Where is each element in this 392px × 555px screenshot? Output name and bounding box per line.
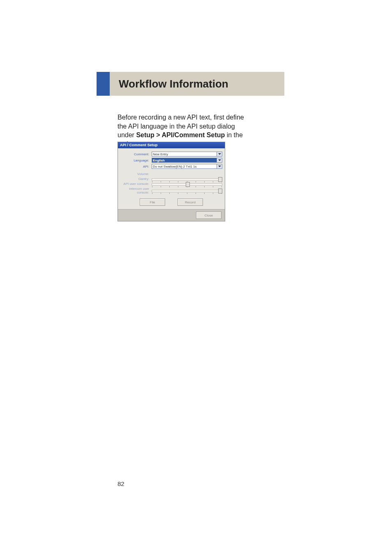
label-api: API: xyxy=(120,165,152,168)
svg-marker-1 xyxy=(218,159,221,161)
slider-gantry[interactable] xyxy=(152,178,222,181)
row-volume: Volume: xyxy=(120,172,222,176)
header-accent-block xyxy=(97,72,110,96)
para-bold: Setup > API/Comment Setup xyxy=(136,131,225,138)
record-button[interactable]: Record xyxy=(178,198,203,206)
dialog-title-bar: API / Comment Setup xyxy=(118,142,225,148)
label-volume: Volume: xyxy=(120,172,152,176)
input-api[interactable]: Do not Swallow(EN) 2 Txt1 1s xyxy=(152,164,217,169)
svg-marker-0 xyxy=(218,153,221,155)
label-intercom-user-console: Intercom user console: xyxy=(120,187,152,194)
header-bar: Workflow Information xyxy=(97,72,284,96)
label-api-user-console: API user console: xyxy=(120,182,152,186)
slider-thumb[interactable] xyxy=(186,182,190,187)
label-gantry: Gantry: xyxy=(120,177,152,181)
row-api: API: Do not Swallow(EN) 2 Txt1 1s xyxy=(120,164,222,169)
input-language[interactable]: English xyxy=(152,158,217,163)
dialog-footer: Close xyxy=(118,209,225,221)
row-comment: Comment: New Entry xyxy=(120,152,222,157)
label-language: Language: xyxy=(120,159,152,162)
header-title: Workflow Information xyxy=(119,78,228,90)
slider-api-user-console[interactable] xyxy=(152,183,222,186)
dropdown-arrow-icon[interactable] xyxy=(217,158,222,163)
dialog-body: Comment: New Entry Language: English API… xyxy=(118,148,225,209)
dropdown-arrow-icon[interactable] xyxy=(217,152,222,157)
page-number: 82 xyxy=(118,480,125,487)
screenshot-api-comment-setup: API / Comment Setup Comment: New Entry L… xyxy=(118,142,225,221)
slider-intercom-user-console[interactable] xyxy=(152,190,222,192)
document-page: Workflow Information Before recording a … xyxy=(0,0,392,555)
file-button[interactable]: File xyxy=(140,198,165,206)
svg-marker-2 xyxy=(218,166,221,167)
row-language: Language: English xyxy=(120,158,222,163)
label-comment: Comment: xyxy=(120,152,152,156)
dropdown-arrow-icon[interactable] xyxy=(217,164,222,169)
slider-thumb[interactable] xyxy=(218,177,222,182)
row-intercom-user-console: Intercom user console: xyxy=(120,187,222,194)
close-button[interactable]: Close xyxy=(196,212,221,219)
row-gantry: Gantry: xyxy=(120,177,222,181)
slider-thumb[interactable] xyxy=(218,189,222,193)
dialog-button-row: File Record xyxy=(120,198,222,206)
input-comment[interactable]: New Entry xyxy=(152,152,217,157)
